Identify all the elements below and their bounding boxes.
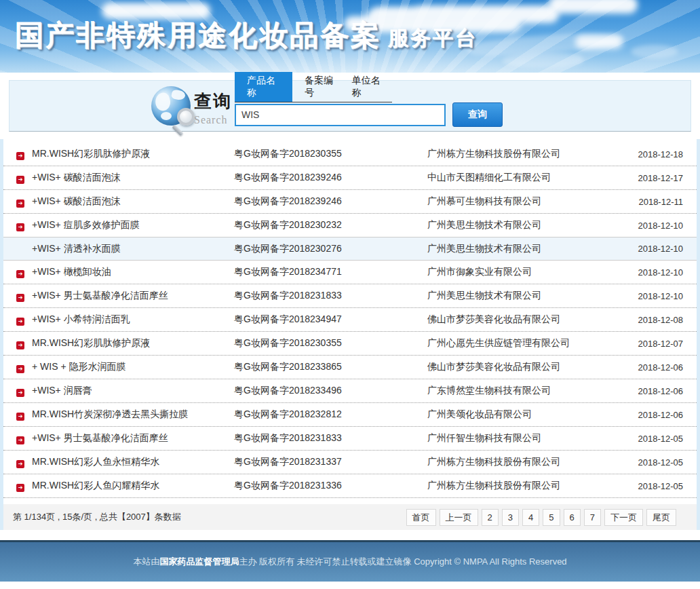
cloud-icon: [575, 35, 623, 49]
table-row[interactable]: ➔+WIS+ 小希特润洁面乳粤G妆网备字2018234947佛山市梦莎美容化妆品…: [3, 308, 697, 332]
company-name: 广州美思生物技术有限公司: [427, 219, 634, 231]
footer-prefix: 本站由: [133, 556, 159, 567]
search-input[interactable]: [235, 104, 446, 126]
table-row[interactable]: ➔MR.WISH幻彩人鱼闪耀精华水粤G妆网备字2018231336广州栋方生物科…: [3, 474, 697, 498]
registration-number: 粤G妆网备字2018231336: [234, 480, 427, 492]
record-date: 2018-12-05: [634, 434, 697, 444]
record-date: 2018-12-06: [634, 362, 697, 373]
product-name[interactable]: +WIS+ 男士氨基酸净化洁面摩丝: [32, 290, 234, 302]
product-name[interactable]: +WIS+ 碳酸洁面泡沫: [32, 195, 234, 208]
registration-number: 粤G妆网备字2018239246: [234, 195, 427, 208]
product-name[interactable]: MR.WISH幻彩肌肽修护原液: [32, 337, 234, 349]
table-row[interactable]: ➔+ WIS + 隐形水润面膜粤G妆网备字2018233865佛山市梦莎美容化妆…: [3, 356, 697, 379]
search-button[interactable]: 查询: [452, 102, 503, 127]
arrow-right-icon: ➔: [16, 460, 24, 468]
table-row[interactable]: ➔+WIS+ 清透补水面膜粤G妆网备字2018230276广州美思生物技术有限公…: [3, 237, 697, 261]
arrow-right-icon: ➔: [16, 484, 24, 492]
page-title-main: 国产非特殊用途化妆品备案: [15, 19, 381, 51]
page-button-4[interactable]: 4: [522, 509, 539, 526]
company-name: 广州栋方生物科技股份有限公司: [427, 148, 634, 160]
product-name[interactable]: +WIS+ 痘肌多效修护面膜: [32, 219, 234, 231]
table-row[interactable]: ➔+WIS+ 痘肌多效修护面膜粤G妆网备字2018230232广州美思生物技术有…: [3, 214, 697, 238]
row-marker-cell: ➔: [16, 362, 32, 373]
arrow-right-icon: ➔: [16, 413, 24, 421]
row-marker-cell: ➔: [16, 457, 32, 468]
registration-number: 粤G妆网备字2018230276: [234, 243, 427, 255]
table-row[interactable]: ➔MR.WISH幻彩肌肽修护原液粤G妆网备字2018230355广州栋方生物科技…: [3, 142, 697, 166]
search-label-cn: 查询: [194, 90, 232, 113]
page-button-2[interactable]: 2: [482, 509, 499, 526]
footer-text: 本站由国家药品监督管理局主办 版权所有 未经许可禁止转载或建立镜像 Copyri…: [133, 556, 566, 568]
arrow-right-icon: ➔: [16, 152, 24, 160]
table-row[interactable]: ➔MR.WISH幻彩肌肽修护原液粤G妆网备字2018230355广州心愿先生供应…: [3, 332, 697, 356]
tab-record-number[interactable]: 备案编号: [298, 75, 345, 102]
registration-number: 粤G妆网备字2018233496: [234, 385, 427, 397]
product-name[interactable]: +WIS+ 男士氨基酸净化洁面摩丝: [32, 432, 234, 444]
product-name[interactable]: +WIS+ 橄榄卸妆油: [32, 266, 234, 278]
company-name: 广州市御象实业有限公司: [427, 266, 634, 278]
record-date: 2018-12-07: [634, 339, 697, 349]
pagination-bar: 第 1/134页 , 15条/页 , 总共【2007】条数据 首页上一页2345…: [3, 504, 697, 530]
search-globe-icon: [151, 86, 191, 126]
table-row[interactable]: ➔+WIS+ 男士氨基酸净化洁面摩丝粤G妆网备字2018231833广州仟智生物…: [3, 427, 697, 451]
record-date: 2018-12-10: [634, 291, 697, 301]
company-name: 广东博然堂生物科技有限公司: [427, 385, 634, 397]
arrow-right-icon: ➔: [16, 200, 24, 208]
row-marker-cell: ➔: [16, 172, 32, 184]
search-panel: 查询 Search 产品名称备案编号单位名称 查询: [9, 80, 691, 132]
company-name: 广州慕可生物科技有限公司: [427, 195, 634, 208]
row-marker-cell: ➔: [16, 149, 32, 160]
product-name[interactable]: MR.WISH幻彩人鱼闪耀精华水: [32, 480, 234, 492]
page-button-first[interactable]: 首页: [406, 509, 436, 526]
cloud-icon: [549, 0, 638, 14]
record-date: 2018-12-10: [634, 267, 697, 278]
results-area: ➔MR.WISH幻彩肌肽修护原液粤G妆网备字2018230355广州栋方生物科技…: [0, 139, 700, 530]
company-name: 中山市天图精细化工有限公司: [427, 172, 634, 184]
table-row[interactable]: ➔MR.WISH竹炭深彻净透去黑头撕拉膜粤G妆网备字2018232812广州美颂…: [3, 403, 697, 427]
product-name[interactable]: +WIS+ 润唇膏: [32, 385, 234, 397]
record-date: 2018-12-10: [634, 221, 697, 231]
row-marker-cell: ➔: [16, 480, 32, 492]
registration-number: 粤G妆网备字2018231337: [234, 456, 427, 468]
company-name: 广州美颂化妆品有限公司: [427, 408, 634, 421]
arrow-right-icon: ➔: [16, 341, 24, 349]
page-button-6[interactable]: 6: [564, 509, 581, 526]
record-date: 2018-12-11: [634, 197, 697, 207]
search-label-en: Search: [194, 114, 232, 126]
registration-number: 粤G妆网备字2018239246: [234, 172, 427, 184]
page-button-3[interactable]: 3: [502, 509, 519, 526]
product-name[interactable]: +WIS+ 小希特润洁面乳: [32, 314, 234, 326]
page-button-7[interactable]: 7: [584, 509, 601, 526]
page-button-last[interactable]: 尾页: [646, 509, 676, 526]
arrow-right-icon: ➔: [16, 294, 24, 302]
product-name[interactable]: MR.WISH幻彩肌肽修护原液: [32, 148, 234, 160]
table-row[interactable]: ➔+WIS+ 橄榄卸妆油粤G妆网备字2018234771广州市御象实业有限公司2…: [3, 261, 697, 284]
company-name: 广州仟智生物科技有限公司: [427, 432, 634, 444]
product-name[interactable]: MR.WISH竹炭深彻净透去黑头撕拉膜: [32, 408, 234, 421]
registration-number: 粤G妆网备字2018230355: [234, 337, 427, 349]
table-row[interactable]: ➔+WIS+ 碳酸洁面泡沫粤G妆网备字2018239246中山市天图精细化工有限…: [3, 166, 697, 190]
bottom-strip: [0, 582, 700, 588]
record-date: 2018-12-05: [634, 457, 697, 468]
page-button-5[interactable]: 5: [543, 509, 560, 526]
product-name[interactable]: +WIS+ 碳酸洁面泡沫: [32, 172, 234, 184]
tab-product-name[interactable]: 产品名称: [235, 72, 292, 102]
product-name[interactable]: + WIS + 隐形水润面膜: [32, 361, 234, 373]
page-title-sub: 服务平台: [388, 26, 478, 49]
product-name[interactable]: +WIS+ 清透补水面膜: [32, 243, 234, 255]
arrow-right-icon: ➔: [16, 176, 24, 184]
world-map-decoration: [502, 53, 583, 68]
record-date: 2018-12-05: [634, 481, 697, 491]
table-row[interactable]: ➔+WIS+ 润唇膏粤G妆网备字2018233496广东博然堂生物科技有限公司2…: [3, 379, 697, 403]
registration-number: 粤G妆网备字2018234771: [234, 266, 427, 278]
tab-company-name[interactable]: 单位名称: [345, 75, 392, 102]
product-name[interactable]: MR.WISH幻彩人鱼永恒精华水: [32, 456, 234, 468]
results-table: ➔MR.WISH幻彩肌肽修护原液粤G妆网备字2018230355广州栋方生物科技…: [3, 139, 697, 504]
page-button-next[interactable]: 下一页: [604, 509, 643, 526]
row-marker-cell: ➔: [16, 196, 32, 208]
table-row[interactable]: ➔MR.WISH幻彩人鱼永恒精华水粤G妆网备字2018231337广州栋方生物科…: [3, 451, 697, 474]
page-button-prev[interactable]: 上一页: [440, 509, 478, 526]
record-date: 2018-12-08: [634, 315, 697, 325]
table-row[interactable]: ➔+WIS+ 男士氨基酸净化洁面摩丝粤G妆网备字2018231833广州美思生物…: [3, 284, 697, 308]
table-row[interactable]: ➔+WIS+ 碳酸洁面泡沫粤G妆网备字2018239246广州慕可生物科技有限公…: [3, 190, 697, 214]
